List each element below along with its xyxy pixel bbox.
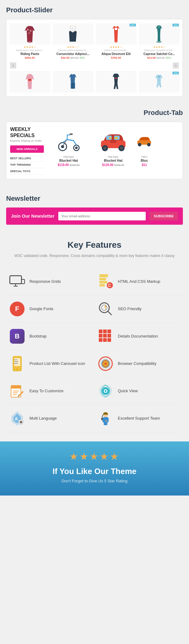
svg-point-25 (120, 147, 123, 150)
svg-rect-59 (14, 359, 17, 360)
newsletter-subscribe-button[interactable]: SUBSCRIBE (149, 212, 178, 220)
product-price: $402.00 (10, 56, 50, 59)
weekly-specials-title: WEEKLY SPECIALS (10, 126, 44, 138)
svg-point-12 (116, 78, 117, 79)
seo-icon (98, 301, 114, 317)
svg-rect-53 (99, 338, 102, 342)
new-badge: new (129, 24, 136, 26)
svg-point-13 (158, 76, 160, 78)
svg-point-11 (115, 78, 116, 79)
product-card[interactable] (53, 71, 94, 93)
feature-text: HTML And CSS Markup (118, 279, 160, 284)
monitor-icon (9, 274, 25, 290)
svg-rect-84 (101, 418, 103, 420)
feature-text: Google Fonts (29, 306, 53, 312)
feature-text: SEO Friendly (118, 306, 141, 312)
rating-title: If You Like Our Theme (6, 467, 183, 476)
newsletter-email-input[interactable] (58, 212, 146, 220)
product-slider-section: Product-Slider ★★★★☆ Insert best 2 buy p… (0, 0, 189, 106)
product-price: $782.00 (96, 56, 137, 59)
svg-point-7 (158, 26, 160, 28)
tab-menu-special-toys[interactable]: SPECIAL TOYS (10, 168, 44, 175)
prev-arrow[interactable]: ‹ (10, 62, 16, 69)
tab-menu-top-trending[interactable]: TOP TRENDING (10, 162, 44, 168)
new-arrivals-button[interactable]: NEW ARRIVALS (10, 145, 44, 153)
feature-quick-view: Quick View (94, 377, 183, 405)
tab-products: Hat-tops Blucket Hat $119.00 $150.00 (48, 126, 179, 174)
slider-row-2: new (10, 71, 179, 93)
svg-rect-68 (11, 385, 21, 389)
feature-product-list: Product List With Carousel icon (6, 350, 94, 377)
svg-point-58 (17, 369, 18, 370)
svg-point-31 (147, 143, 151, 146)
feature-multi-language: A ✱ Multi Language (6, 405, 94, 432)
svg-rect-38 (99, 281, 107, 283)
tab-product-price: $11 (137, 163, 152, 167)
svg-rect-37 (99, 278, 106, 280)
svg-rect-60 (14, 361, 18, 362)
svg-rect-82 (102, 417, 109, 423)
product-card[interactable]: new ★★★★☆ Video in your pocket... Aliqua… (96, 23, 137, 59)
svg-point-44 (102, 305, 107, 310)
svg-line-43 (108, 311, 112, 315)
tab-product-card[interactable]: Hat-tops Blucket Hat $119.00 $150.00 (92, 126, 134, 174)
svg-rect-28 (110, 140, 116, 143)
feature-text: Multi Language (29, 416, 57, 421)
svg-point-2 (29, 32, 30, 34)
svg-text:A: A (15, 416, 18, 421)
language-icon: A ✱ (9, 410, 25, 426)
product-name: Consectetur Adipisci... (53, 52, 94, 56)
feature-bootstrap: B Bootstrap (6, 323, 94, 350)
tab-product-card[interactable]: Hat-t Bluc $11 (137, 126, 152, 174)
feature-support: Excellent Support Team (94, 405, 183, 432)
tab-product-card[interactable]: Hat-tops Blucket Hat $119.00 $150.00 (48, 126, 90, 174)
feature-text: Responsive Grids (29, 279, 61, 284)
product-stars: ★★★★☆ (96, 45, 137, 49)
feature-text: Bootstrap (29, 334, 47, 339)
svg-rect-18 (70, 133, 73, 135)
feature-seo: SEO Friendly (94, 295, 183, 323)
feature-html-css: C HTML And CSS Markup (94, 268, 183, 295)
product-card[interactable]: ★★★★☆ Insert best 2 buy promo... Riding … (10, 23, 50, 59)
svg-rect-51 (103, 334, 107, 338)
product-price: $13.00 $15.00 30% (139, 56, 180, 59)
support-icon (98, 410, 114, 426)
svg-point-6 (114, 27, 117, 30)
tab-product-price: $119.00 $150.00 (92, 163, 134, 167)
rating-stars: ★★★★★ (6, 451, 183, 462)
tab-sidebar: WEEKLY SPECIALS Express Shiping on Order… (10, 126, 44, 174)
newsletter-box: Join Our Newsletter SUBSCRIBE (6, 207, 183, 225)
slider-nav: ‹ › (10, 62, 179, 69)
newsletter-title: Newsletter (6, 195, 183, 203)
svg-rect-50 (99, 334, 102, 338)
tab-product-name: Bluc (137, 159, 152, 162)
browser-icon (98, 356, 114, 372)
product-card[interactable]: ★★★☆☆ Calorem prets material for... Cons… (53, 23, 94, 59)
product-tab-title: Product-Tab (6, 109, 183, 117)
svg-rect-48 (103, 330, 107, 333)
product-stars: ★★★★☆ (139, 45, 180, 49)
product-card[interactable] (96, 71, 137, 93)
feature-text: Browser Compatibility (118, 361, 156, 366)
slider-container: ★★★★☆ Insert best 2 buy promo... Riding … (6, 19, 183, 97)
feature-text: Product List With Carousel icon (29, 361, 85, 366)
svg-point-23 (103, 147, 106, 150)
product-slider-title: Product-Slider (6, 6, 183, 14)
svg-rect-54 (103, 338, 107, 342)
product-price: $32.00 $54.00 39% (53, 56, 94, 59)
features-grid: Responsive Grids C HTML And CSS Markup F (6, 268, 183, 432)
tab-menu-best-sellers[interactable]: BEST SELLERS (10, 155, 44, 162)
feature-responsive-grids: Responsive Grids (6, 268, 94, 295)
docs-icon (98, 328, 114, 344)
tab-container: WEEKLY SPECIALS Express Shiping on Order… (6, 122, 183, 179)
newsletter-section: Newsletter Join Our Newsletter SUBSCRIBE (0, 188, 189, 234)
product-card[interactable]: new (139, 71, 180, 93)
tab-product-price: $119.00 $150.00 (48, 163, 90, 167)
rating-section: ★★★★★ If You Like Our Theme Don't Forget… (0, 441, 189, 496)
svg-point-45 (105, 306, 106, 307)
svg-point-26 (115, 137, 118, 139)
new-badge: new (172, 24, 179, 26)
product-card[interactable] (10, 71, 50, 93)
next-arrow[interactable]: › (173, 62, 179, 69)
product-card[interactable]: new ★★★★☆ Shop your occasion in the... C… (139, 23, 180, 59)
